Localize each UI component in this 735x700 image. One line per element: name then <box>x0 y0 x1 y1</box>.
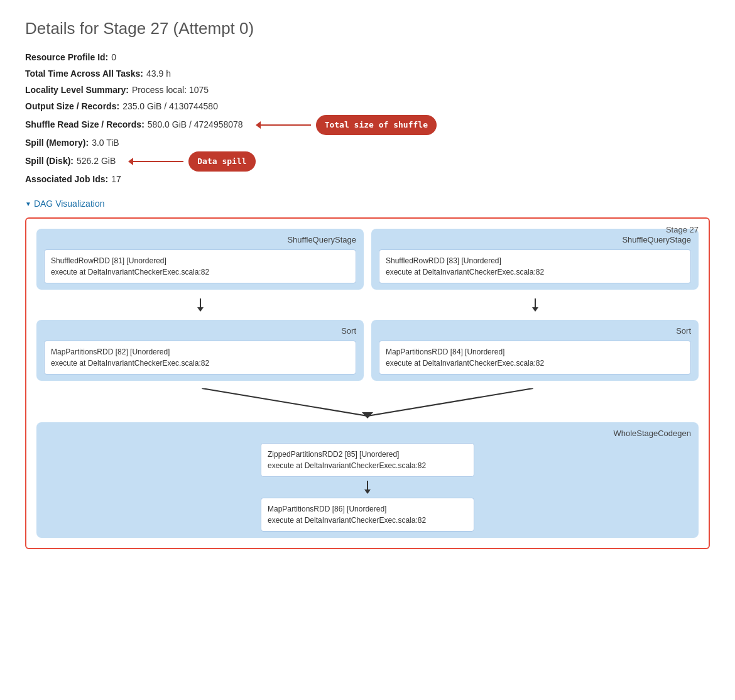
dag-right-node2-line1: MapPartitionsRDD [84] [Unordered] <box>386 346 684 358</box>
dag-bottom-inner: ZippedPartitionsRDD2 [85] [Unordered] ex… <box>44 443 691 532</box>
dag-left-node2: MapPartitionsRDD [82] [Unordered] execut… <box>44 341 356 375</box>
spill-arrow <box>128 158 183 165</box>
dag-toggle-arrow-icon: ▼ <box>25 200 31 207</box>
output-label: Output Size / Records: <box>25 99 119 115</box>
total-time-row: Total Time Across All Tasks: 43.9 h <box>25 66 710 82</box>
dag-bottom-title: WholeStageCodegen <box>44 429 691 438</box>
stage-label: Stage 27 <box>666 225 699 234</box>
dag-center-node2-line2: execute at DeltaInvariantCheckerExec.sca… <box>268 515 467 526</box>
resource-profile-label: Resource Profile Id: <box>25 50 108 66</box>
dag-section: ▼ DAG Visualization Stage 27 ShuffleQuer… <box>25 199 710 549</box>
dag-right-arrow1 <box>371 297 699 312</box>
output-value: 235.0 GiB / 4130744580 <box>122 99 218 115</box>
spill-disk-label: Spill (Disk): <box>25 153 74 170</box>
dag-left-node2-line2: execute at DeltaInvariantCheckerExec.sca… <box>51 358 349 369</box>
dag-right-group2: Sort MapPartitionsRDD [84] [Unordered] e… <box>371 320 699 381</box>
spill-disk-value: 526.2 GiB <box>77 153 116 170</box>
dag-left-group1: ShuffleQueryStage ShuffledRowRDD [81] [U… <box>36 229 364 290</box>
dag-right-node1-line1: ShuffledRowRDD [83] [Unordered] <box>386 255 684 266</box>
resource-profile-row: Resource Profile Id: 0 <box>25 50 710 66</box>
dag-left-node1: ShuffledRowRDD [81] [Unordered] execute … <box>44 249 356 283</box>
page-title: Details for Stage 27 (Attempt 0) <box>25 19 710 38</box>
total-time-label: Total Time Across All Tasks: <box>25 66 143 82</box>
dag-center-node2: MapPartitionsRDD [86] [Unordered] execut… <box>261 498 474 532</box>
dag-center-node1: ZippedPartitionsRDD2 [85] [Unordered] ex… <box>261 443 474 477</box>
dag-center-node1-line2: execute at DeltaInvariantCheckerExec.sca… <box>268 460 467 471</box>
svg-line-0 <box>202 388 368 416</box>
dag-bottom-section: WholeStageCodegen ZippedPartitionsRDD2 [… <box>36 422 699 538</box>
shuffle-row: Shuffle Read Size / Records: 580.0 GiB /… <box>25 115 710 135</box>
dag-left-arrow1 <box>36 297 364 312</box>
dag-left-node1-line1: ShuffledRowRDD [81] [Unordered] <box>51 255 349 266</box>
dag-right-node2: MapPartitionsRDD [84] [Unordered] execut… <box>379 341 691 375</box>
locality-value: Process local: 1075 <box>132 82 209 99</box>
shuffle-badge: Total size of shuffle <box>316 115 437 135</box>
dag-right-group1: ShuffleQueryStage ShuffledRowRDD [83] [U… <box>371 229 699 290</box>
dag-right-node1: ShuffledRowRDD [83] [Unordered] execute … <box>379 249 691 283</box>
dag-toggle-label: DAG Visualization <box>34 199 105 209</box>
dag-converging-arrows <box>36 388 699 420</box>
dag-container: Stage 27 ShuffleQueryStage ShuffledRowRD… <box>25 217 710 549</box>
dag-center-node2-line1: MapPartitionsRDD [86] [Unordered] <box>268 503 467 515</box>
dag-right-node2-line2: execute at DeltaInvariantCheckerExec.sca… <box>386 358 684 369</box>
dag-top-grid: ShuffleQueryStage ShuffledRowRDD [81] [U… <box>36 229 699 290</box>
dag-left-node1-line2: execute at DeltaInvariantCheckerExec.sca… <box>51 266 349 278</box>
dag-left-group2-title: Sort <box>44 326 356 336</box>
total-time-value: 43.9 h <box>146 66 171 82</box>
job-ids-row: Associated Job Ids: 17 <box>25 172 710 188</box>
job-ids-value: 17 <box>111 172 121 188</box>
spill-badge: Data spill <box>188 151 255 172</box>
output-row: Output Size / Records: 235.0 GiB / 41307… <box>25 99 710 115</box>
shuffle-value: 580.0 GiB / 4724958078 <box>148 117 243 133</box>
dag-left-node2-line1: MapPartitionsRDD [82] [Unordered] <box>51 346 349 358</box>
shuffle-arrow <box>256 121 311 129</box>
dag-left-group1-title: ShuffleQueryStage <box>44 235 356 244</box>
dag-center-node1-line1: ZippedPartitionsRDD2 [85] [Unordered] <box>268 449 467 460</box>
dag-left-group2: Sort MapPartitionsRDD [82] [Unordered] e… <box>36 320 364 381</box>
dag-right-node1-line2: execute at DeltaInvariantCheckerExec.sca… <box>386 266 684 278</box>
dag-right-group2-title: Sort <box>379 326 691 336</box>
dag-toggle[interactable]: ▼ DAG Visualization <box>25 199 710 209</box>
job-ids-label: Associated Job Ids: <box>25 172 108 188</box>
locality-label: Locality Level Summary: <box>25 82 129 99</box>
shuffle-label: Shuffle Read Size / Records: <box>25 117 144 133</box>
dag-center-arrow <box>364 481 371 494</box>
svg-line-1 <box>368 388 533 416</box>
spill-memory-value: 3.0 TiB <box>92 135 119 151</box>
dag-sort-grid: Sort MapPartitionsRDD [82] [Unordered] e… <box>36 320 699 381</box>
spill-disk-row: Spill (Disk): 526.2 GiB Data spill <box>25 151 710 172</box>
resource-profile-value: 0 <box>111 50 116 66</box>
locality-row: Locality Level Summary: Process local: 1… <box>25 82 710 99</box>
info-section: Resource Profile Id: 0 Total Time Across… <box>25 50 710 187</box>
dag-arrows-row1 <box>36 297 699 312</box>
dag-right-group1-title: ShuffleQueryStage <box>379 235 691 244</box>
spill-memory-label: Spill (Memory): <box>25 135 89 151</box>
spill-memory-row: Spill (Memory): 3.0 TiB <box>25 135 710 151</box>
